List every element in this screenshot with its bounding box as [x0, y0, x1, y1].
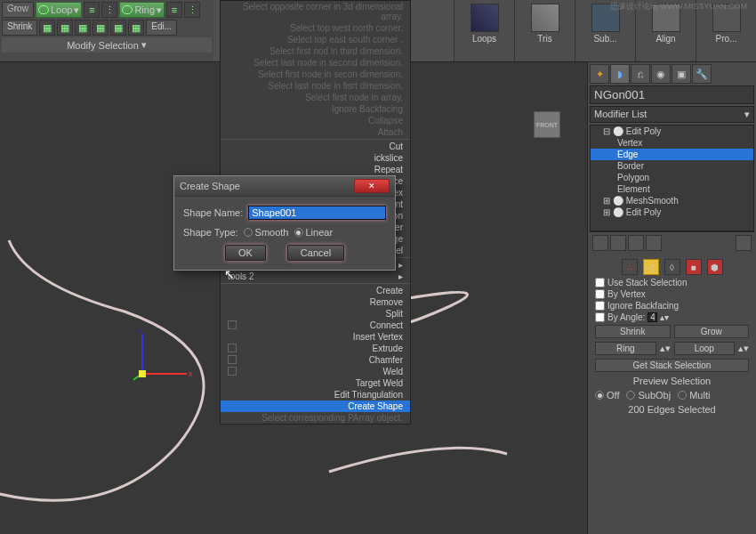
remove-mod-icon[interactable] — [646, 235, 662, 251]
ctx-parray: Select corresponding PArray object. — [221, 412, 410, 424]
cancel-button[interactable]: Cancel — [287, 245, 344, 261]
sel-icon-5[interactable]: ▦ — [110, 20, 126, 36]
ring-button[interactable]: Ring▾ — [119, 2, 165, 18]
stack-element[interactable]: Element — [591, 183, 753, 195]
stack-polygon[interactable]: Polygon — [591, 172, 753, 183]
stack-toolbar — [590, 231, 754, 254]
ring-add-icon[interactable]: ≡ — [166, 2, 182, 18]
create-tab[interactable]: ✦ — [590, 64, 609, 84]
loop-add-icon[interactable]: ≡ — [84, 2, 100, 18]
make-unique-icon[interactable] — [628, 235, 644, 251]
edit-button[interactable]: Edi... — [146, 20, 177, 36]
ctx-create-shape[interactable]: Create Shape — [221, 400, 410, 412]
close-button[interactable]: ✕ — [354, 179, 390, 193]
ctx-target-weld[interactable]: Target Weld — [221, 377, 410, 389]
angle-spinner[interactable] — [647, 312, 657, 322]
sel-icon-2[interactable]: ▦ — [57, 20, 73, 36]
configure-icon[interactable] — [736, 235, 752, 251]
border-subobj-icon[interactable]: ◊ — [664, 259, 680, 275]
modifier-stack[interactable]: ⊟ ⚪Edit Poly Vertex Edge Border Polygon … — [590, 125, 754, 231]
preview-multi-radio[interactable]: Multi — [678, 390, 710, 400]
svg-text:z: z — [139, 329, 143, 335]
ctx-quickslice[interactable]: ickslice — [221, 152, 410, 164]
spinner-arrows-icon[interactable]: ▴▾ — [660, 312, 669, 322]
svg-rect-5 — [139, 370, 146, 377]
ctx-insert-vertex[interactable]: Insert Vertex — [221, 331, 410, 343]
stack-vertex[interactable]: Vertex — [591, 137, 753, 149]
modifier-list-dropdown[interactable]: Modifier List▾ — [590, 106, 754, 123]
object-name-input[interactable] — [590, 85, 754, 104]
stack-edit-poly[interactable]: ⊟ ⚪Edit Poly — [591, 125, 753, 137]
linear-radio[interactable]: Linear — [294, 227, 334, 238]
dialog-title: Create Shape — [180, 181, 240, 191]
create-shape-dialog: Create Shape ✕ Shape Name: Shape Type: S… — [173, 175, 396, 271]
utilities-tab[interactable]: 🔧 — [692, 64, 712, 84]
ctx-connect[interactable]: Connect — [221, 320, 410, 331]
loops-icon — [470, 4, 499, 32]
shrink-button[interactable]: Shrink — [2, 20, 37, 36]
motion-tab[interactable]: ◉ — [651, 64, 671, 84]
by-angle-checkbox[interactable] — [595, 312, 605, 322]
radio-icon — [294, 228, 303, 237]
hierarchy-tab[interactable]: ⎌ — [631, 64, 650, 84]
tris-icon — [531, 4, 559, 32]
ctx-weld[interactable]: Weld — [221, 366, 410, 377]
loop-spinner-icon[interactable]: ▴▾ — [738, 343, 749, 354]
ctx-repeat[interactable]: Repeat — [221, 164, 410, 175]
element-subobj-icon[interactable]: ⬢ — [707, 259, 723, 275]
ctx-chamfer[interactable]: Chamfer — [221, 354, 410, 366]
viewcube[interactable]: FRONT — [534, 111, 560, 138]
ring-icon — [122, 5, 133, 14]
sel-icon-4[interactable]: ▦ — [92, 20, 109, 36]
sel-icon-3[interactable]: ▦ — [75, 20, 91, 36]
use-stack-checkbox[interactable]: Use Stack Selection — [590, 277, 754, 288]
loop-sel-button[interactable]: Loop — [674, 342, 736, 355]
ctx-edit-tri[interactable]: Edit Triangulation — [221, 389, 410, 400]
grow-sel-button[interactable]: Grow — [674, 325, 750, 338]
ctx-create[interactable]: Create — [221, 285, 410, 296]
ok-button[interactable]: OK — [225, 245, 266, 261]
ring-spinner-icon[interactable]: ▴▾ — [660, 343, 671, 354]
watermark-right: 思缘设计论坛 WWW.MISSYUAN.COM — [610, 1, 748, 12]
ring-dot-icon[interactable]: ⋮ — [184, 2, 200, 18]
ring-sel-button[interactable]: Ring — [595, 342, 656, 355]
preview-off-radio[interactable]: Off — [595, 390, 619, 400]
watermark-left: WW — [4, 1, 30, 15]
show-result-icon[interactable] — [610, 235, 626, 251]
loops-tool[interactable]: Loops — [454, 0, 514, 61]
ctx-remove[interactable]: Remove — [221, 296, 410, 308]
selection-status: 200 Edges Selected — [628, 404, 715, 415]
ctx-split[interactable]: Split — [221, 308, 410, 320]
get-stack-button[interactable]: Get Stack Selection — [595, 359, 749, 372]
preview-subobj-radio[interactable]: SubObj — [626, 390, 671, 400]
edge-subobj-icon[interactable]: ◁ — [643, 259, 659, 275]
mouse-cursor: ↖ — [224, 267, 235, 281]
polygon-subobj-icon[interactable]: ■ — [686, 259, 702, 275]
shape-name-input[interactable] — [248, 206, 386, 220]
loop-button[interactable]: Loop▾ — [36, 2, 82, 18]
display-tab[interactable]: ▣ — [672, 64, 691, 84]
vertex-subobj-icon[interactable]: ∴ — [622, 259, 638, 275]
shrink-sel-button[interactable]: Shrink — [595, 325, 671, 338]
shape-name-label: Shape Name: — [183, 207, 243, 218]
stack-edit-poly-2[interactable]: ⊞ ⚪Edit Poly — [591, 206, 753, 218]
smooth-radio[interactable]: Smooth — [244, 227, 289, 238]
preview-label: Preview Selection — [633, 376, 711, 386]
pin-stack-icon[interactable] — [592, 235, 608, 251]
loop-icon — [38, 5, 49, 14]
by-vertex-checkbox[interactable]: By Vertex — [590, 288, 754, 300]
ctx-extrude[interactable]: Extrude — [221, 343, 410, 354]
stack-edge[interactable]: Edge — [591, 149, 753, 160]
ctx-cut[interactable]: Cut — [221, 141, 410, 152]
tris-tool[interactable]: Tris — [514, 0, 575, 61]
sel-icon-1[interactable]: ▦ — [39, 20, 55, 36]
modify-tab[interactable]: ◗ — [610, 64, 630, 84]
ignore-backfacing-checkbox[interactable]: Ignore Backfacing — [590, 300, 754, 312]
modify-selection-dropdown[interactable]: Modify Selection▾ — [2, 37, 212, 53]
stack-border[interactable]: Border — [591, 160, 753, 172]
sel-icon-6[interactable]: ▦ — [128, 20, 144, 36]
loop-dot-icon[interactable]: ⋮ — [101, 2, 117, 18]
dialog-titlebar[interactable]: Create Shape ✕ — [174, 176, 395, 197]
stack-meshsmooth[interactable]: ⊞ ⚪MeshSmooth — [591, 195, 753, 206]
ctx-tools2[interactable]: tools 2▸ — [221, 271, 410, 282]
